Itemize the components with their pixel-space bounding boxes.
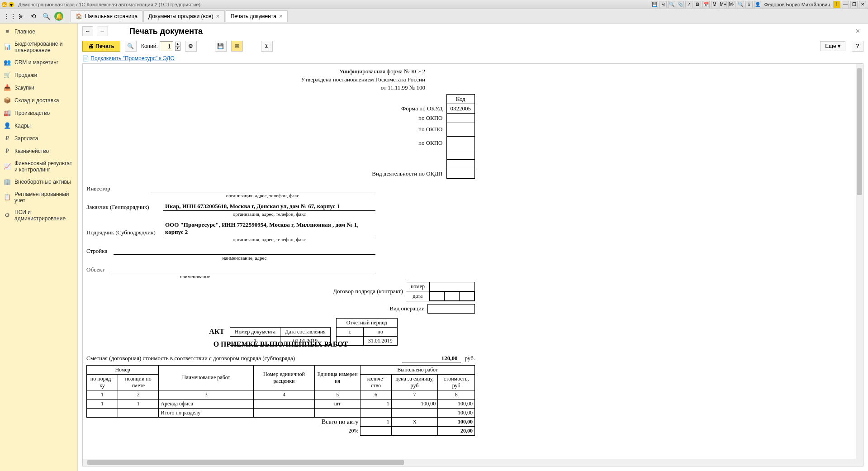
document-viewport[interactable]: Унифицированная форма № КС- 2 Утверждена… bbox=[82, 63, 863, 466]
scrollbar-thumb[interactable] bbox=[857, 68, 862, 195]
tab-label: Документы продажи (все) bbox=[148, 13, 213, 19]
print-button[interactable]: 🖨 Печать bbox=[82, 41, 120, 52]
th-done: Выполнено работ bbox=[360, 365, 475, 374]
tab-print-document[interactable]: Печать документа × bbox=[226, 10, 288, 22]
apps-icon[interactable]: ⋮⋮⋮ bbox=[4, 12, 13, 21]
search-icon[interactable]: 🔍 bbox=[42, 12, 51, 21]
close-window-icon[interactable]: ✕ bbox=[859, 1, 866, 8]
act-title-1: АКТ bbox=[209, 328, 224, 336]
stroika-code bbox=[446, 150, 475, 159]
stroika-hint: наименование, адрес bbox=[114, 255, 375, 261]
th-qty: количе- ство bbox=[360, 374, 391, 390]
th-number: Номер bbox=[87, 365, 159, 374]
th-unit-price: Номер единичной расценки bbox=[254, 365, 314, 390]
sidebar-item-admin[interactable]: ⚙НСИ и администрирование bbox=[0, 206, 77, 224]
zoom-icon[interactable]: 🔍 bbox=[737, 1, 744, 8]
sidebar-item-hr[interactable]: 👤Кадры bbox=[0, 119, 77, 132]
info-icon[interactable]: ℹ bbox=[745, 1, 753, 8]
sidebar-item-sales[interactable]: 🛒Продажи bbox=[0, 69, 77, 81]
close-page-icon[interactable]: × bbox=[852, 27, 863, 35]
sidebar-item-salary[interactable]: ₽Зарплата bbox=[0, 132, 77, 145]
tab-label: Начальная страница bbox=[85, 13, 138, 19]
box-icon: 📦 bbox=[4, 97, 11, 104]
col-1: 1 bbox=[87, 390, 118, 399]
m-minus-icon[interactable]: M- bbox=[728, 1, 735, 8]
stroika-value bbox=[114, 247, 375, 255]
period-to-label: по bbox=[363, 327, 397, 336]
edo-link[interactable]: Подключить "Промресурс" к ЭДО bbox=[90, 55, 174, 62]
preview-icon[interactable]: 🔍 bbox=[668, 1, 675, 8]
chart-icon: 📊 bbox=[4, 43, 11, 51]
star-icon[interactable]: ★ bbox=[16, 12, 25, 21]
sidebar-item-purchases[interactable]: 📥Закупки bbox=[0, 81, 77, 94]
copies-input[interactable] bbox=[160, 41, 173, 51]
arrow-icon[interactable]: ↗ bbox=[685, 1, 693, 8]
sidebar-item-finance[interactable]: 📈Финансовый результат и контроллинг bbox=[0, 157, 77, 176]
settings-button[interactable]: ⚙ bbox=[185, 41, 197, 52]
sidebar-item-label: Внеоборотные активы bbox=[14, 179, 71, 185]
close-icon[interactable]: × bbox=[279, 13, 283, 20]
total-label: Всего по акту bbox=[87, 417, 360, 427]
nav-forward-button[interactable]: → bbox=[97, 26, 108, 36]
spinner-down[interactable]: ▼ bbox=[175, 46, 180, 51]
col-3: 3 bbox=[159, 390, 254, 399]
calc-icon[interactable]: 🗓 bbox=[694, 1, 701, 8]
help-button[interactable]: ? bbox=[852, 41, 863, 52]
info2-icon[interactable]: i bbox=[833, 1, 840, 8]
m-plus-icon[interactable]: M+ bbox=[720, 1, 727, 8]
tab-label: Печать документа bbox=[231, 13, 276, 19]
period-to-value: 31.01.2019 bbox=[363, 336, 397, 345]
bell-icon[interactable]: 🔔 bbox=[54, 12, 63, 21]
form-header-line1: Унифицированная форма № КС- 2 bbox=[86, 67, 425, 76]
clip-icon[interactable]: 📎 bbox=[677, 1, 684, 8]
sidebar-item-warehouse[interactable]: 📦Склад и доставка bbox=[0, 94, 77, 107]
sidebar-item-budget[interactable]: 📊Бюджетирование и планирование bbox=[0, 38, 77, 56]
okdp-value bbox=[446, 169, 475, 178]
sidebar-item-label: Закупки bbox=[14, 85, 34, 91]
spinner-up[interactable]: ▲ bbox=[175, 42, 180, 46]
maximize-icon[interactable]: ❐ bbox=[850, 1, 858, 8]
menu-icon: ≡ bbox=[4, 28, 11, 35]
preview-button[interactable]: 🔍 bbox=[125, 41, 137, 52]
sum-button[interactable]: Σ bbox=[261, 41, 273, 52]
sidebar-item-label: Склад и доставка bbox=[14, 97, 59, 104]
contract-number bbox=[430, 282, 475, 291]
contract-label: Договор подряда (контракт) bbox=[333, 288, 403, 295]
minimize-icon[interactable]: — bbox=[842, 1, 849, 8]
m-icon[interactable]: M bbox=[711, 1, 718, 8]
print-icon[interactable]: 🖨 bbox=[659, 1, 667, 8]
sidebar: ≡Главное 📊Бюджетирование и планирование … bbox=[0, 24, 78, 471]
object-label: Объект bbox=[86, 266, 111, 273]
save-button[interactable]: 💾 bbox=[215, 41, 227, 52]
sidebar-item-crm[interactable]: 👥CRM и маркетинг bbox=[0, 56, 77, 69]
contractor-value: ООО "Промресурс", ИНН 7722590954, Москва… bbox=[163, 221, 375, 236]
sidebar-item-production[interactable]: 🏭Производство bbox=[0, 107, 77, 119]
save-icon[interactable]: 💾 bbox=[651, 1, 658, 8]
scrollbar-thumb[interactable] bbox=[87, 460, 404, 465]
tab-home[interactable]: 🏠 Начальная страница bbox=[71, 10, 142, 22]
sidebar-item-treasury[interactable]: ₽Казначейство bbox=[0, 145, 77, 157]
graph-icon: 📈 bbox=[4, 163, 11, 170]
tab-documents[interactable]: Документы продажи (все) × bbox=[143, 10, 225, 22]
more-button[interactable]: Еще ▾ bbox=[820, 41, 845, 51]
calendar-icon[interactable]: 📅 bbox=[702, 1, 710, 8]
vertical-scrollbar[interactable] bbox=[856, 64, 863, 466]
customer-value: Икар, ИНН 6732005618, Москва г, Донская … bbox=[163, 203, 375, 211]
act-title-2: О ПРИЕМКЕ ВЫПОЛНЕННЫХ РАБОТ bbox=[86, 340, 475, 348]
sidebar-item-regulated[interactable]: 📋Регламентированный учет bbox=[0, 188, 77, 206]
email-button[interactable]: ✉ bbox=[231, 41, 243, 52]
dropdown-icon[interactable]: ▾ bbox=[9, 2, 14, 7]
nav-back-button[interactable]: ← bbox=[82, 26, 93, 36]
sidebar-item-assets[interactable]: 🏢Внеоборотные активы bbox=[0, 176, 77, 188]
close-icon[interactable]: × bbox=[216, 13, 220, 20]
vat-label: 20% bbox=[87, 427, 360, 436]
user-name[interactable]: Федоров Борис Михайлович bbox=[763, 2, 832, 7]
okdp-label: Вид деятельности по ОКДП bbox=[368, 169, 446, 178]
investor-value bbox=[150, 184, 375, 192]
row-n: 1 bbox=[87, 399, 118, 408]
horizontal-scrollbar[interactable] bbox=[83, 459, 856, 466]
ruble-icon: ₽ bbox=[4, 135, 11, 142]
history-icon[interactable]: ⟲ bbox=[29, 12, 38, 21]
sidebar-item-main[interactable]: ≡Главное bbox=[0, 25, 77, 38]
col-4: 4 bbox=[254, 390, 314, 399]
